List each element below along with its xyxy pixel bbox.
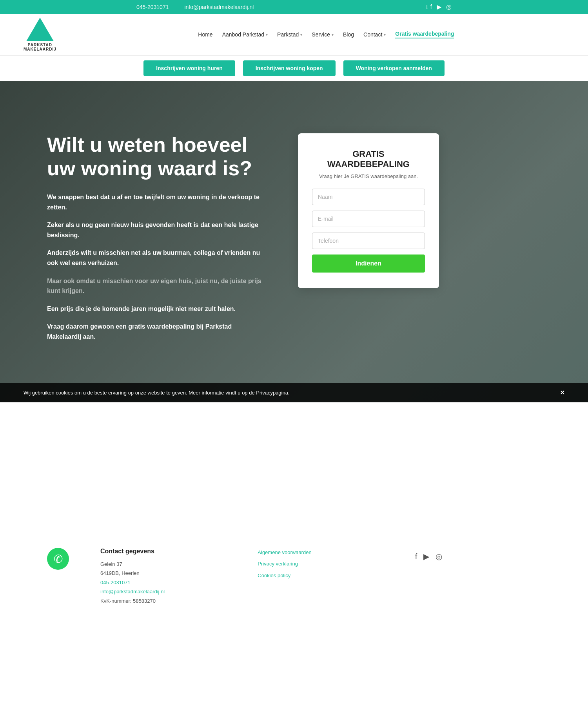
nav-parkstad[interactable]: Parkstad ▾ [277, 31, 302, 38]
footer-cookies-policy[interactable]: Cookies policy [258, 571, 383, 580]
hero-para-1: We snappen best dat u af en toe twijfelt… [47, 192, 267, 212]
nav-home[interactable]: Home [198, 31, 212, 38]
woning-verkopen-button[interactable]: Woning verkopen aanmelden [343, 60, 445, 76]
telefoon-input[interactable] [312, 233, 425, 249]
whatsapp-icon: ✆ [54, 553, 63, 565]
top-email[interactable]: info@parkstadmakelaardij.nl [184, 4, 254, 10]
naam-input[interactable] [312, 189, 425, 205]
footer-youtube-icon[interactable]: ▶ [423, 552, 429, 561]
action-bar: Inschrijven woning huren Inschrijven won… [0, 56, 588, 81]
chevron-down-icon: ▾ [384, 33, 386, 37]
hero-para-4: Maar ook omdat u misschien voor uw eigen… [47, 276, 267, 296]
cookie-close-button[interactable]: × [560, 389, 564, 397]
form-subtitle: Vraag hier Je GRATIS waardebepaling aan. [312, 173, 425, 179]
form-card: GRATIS WAARDEBEPALING Vraag hier Je GRAT… [298, 133, 439, 288]
chevron-down-icon: ▾ [300, 33, 302, 37]
inschrijven-huren-button[interactable]: Inschrijven woning huren [143, 60, 235, 76]
footer: ✆ Contact gegevens Gelein 37 6419DB, Hee… [0, 528, 588, 621]
nav-blog[interactable]: Blog [343, 31, 354, 38]
hero-para-5: Een prijs die je de komende jaren mogeli… [47, 304, 267, 314]
footer-nav: Algemene voorwaarden Privacy verklaring … [258, 548, 383, 582]
footer-phone[interactable]: 045-2031071 [100, 578, 226, 587]
form-title: GRATIS WAARDEBEPALING [312, 149, 425, 169]
logo-text: PARKSTADMAKELAARDIJ [24, 43, 56, 51]
footer-city: 6419DB, Heerlen [100, 569, 226, 578]
facebook-icon[interactable]:  f [426, 4, 432, 11]
logo-triangle [26, 18, 54, 41]
hero-para-2: Zeker als u nog geen nieuw huis gevonden… [47, 220, 267, 240]
footer-social: f ▶ ◎ [415, 552, 541, 561]
nav-links: Home Aanbod Parkstad ▾ Parkstad ▾ Servic… [88, 31, 564, 38]
chevron-down-icon: ▾ [332, 33, 334, 37]
content-spacer [0, 402, 588, 528]
top-bar: 045-2031071 info@parkstadmakelaardij.nl … [0, 0, 588, 14]
footer-address: Gelein 37 [100, 560, 226, 569]
footer-kvk: KvK-nummer: 58583270 [100, 596, 226, 605]
footer-privacy-verklaring[interactable]: Privacy verklaring [258, 559, 383, 568]
footer-nav-links: Algemene voorwaarden Privacy verklaring … [258, 548, 383, 580]
cookie-banner: Wij gebruiken cookies om u de beste erva… [0, 383, 588, 402]
top-phone[interactable]: 045-2031071 [136, 4, 169, 10]
cookie-text: Wij gebruiken cookies om u de beste erva… [24, 390, 290, 396]
youtube-icon[interactable]: ▶ [437, 3, 441, 11]
hero-para-6: Vraag daarom gewoon een gratis waardebep… [47, 322, 267, 342]
chevron-down-icon: ▾ [266, 33, 268, 37]
hero-content: Wilt u weten hoeveel uw woning waard is?… [0, 110, 588, 373]
hero-section: Wilt u weten hoeveel uw woning waard is?… [0, 81, 588, 402]
nav-gratis[interactable]: Gratis waardebepaling [395, 31, 454, 38]
hero-title: Wilt u weten hoeveel uw woning waard is? [47, 133, 267, 180]
top-social:  f ▶ ◎ [426, 3, 452, 11]
nav-aanbod[interactable]: Aanbod Parkstad ▾ [222, 31, 268, 38]
indienen-button[interactable]: Indienen [312, 255, 425, 273]
footer-instagram-icon[interactable]: ◎ [436, 552, 442, 561]
hero-para-3: Anderzijds wilt u misschien net als uw b… [47, 248, 267, 268]
email-input[interactable] [312, 211, 425, 227]
footer-contact: Contact gegevens Gelein 37 6419DB, Heerl… [100, 548, 226, 605]
logo[interactable]: PARKSTADMAKELAARDIJ [24, 18, 56, 51]
footer-contact-title: Contact gegevens [100, 548, 226, 555]
instagram-icon[interactable]: ◎ [446, 3, 452, 11]
navbar: PARKSTADMAKELAARDIJ Home Aanbod Parkstad… [0, 14, 588, 56]
footer-facebook-icon[interactable]: f [415, 552, 417, 561]
inschrijven-kopen-button[interactable]: Inschrijven woning kopen [243, 60, 336, 76]
footer-logo: ✆ [47, 548, 69, 570]
footer-social-section: f ▶ ◎ [415, 548, 541, 561]
nav-service[interactable]: Service ▾ [312, 31, 334, 38]
nav-contact[interactable]: Contact ▾ [363, 31, 386, 38]
whatsapp-button[interactable]: ✆ [47, 548, 69, 570]
hero-text: Wilt u weten hoeveel uw woning waard is?… [47, 133, 267, 349]
footer-email[interactable]: info@parkstadmakelaardij.nl [100, 587, 226, 596]
footer-algemene-voorwaarden[interactable]: Algemene voorwaarden [258, 548, 383, 557]
